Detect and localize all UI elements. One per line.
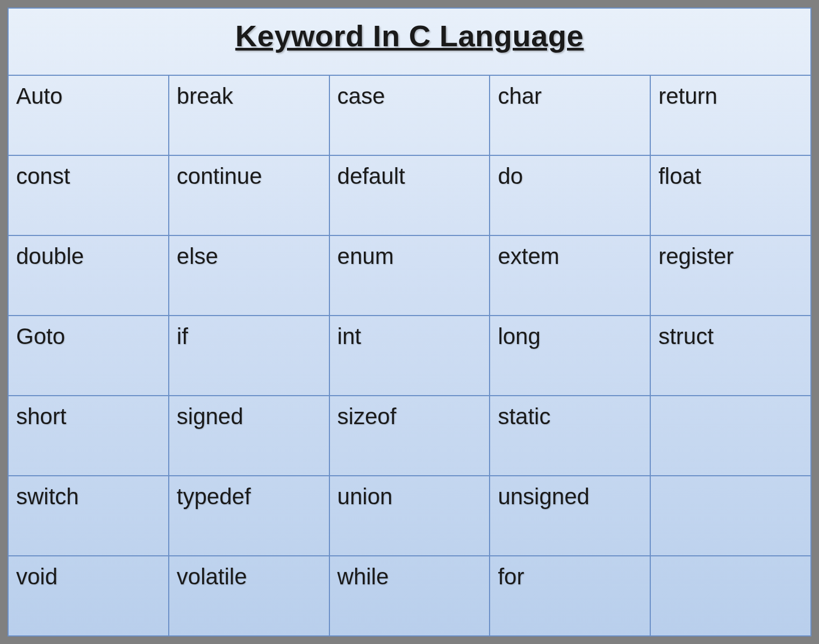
table-cell: static [490, 396, 651, 475]
table-row: short signed sizeof static [9, 396, 810, 476]
table-cell [651, 396, 810, 475]
table-cell: short [9, 396, 169, 475]
table-row: Goto if int long struct [9, 316, 810, 396]
table-cell: break [169, 76, 330, 155]
table-cell: const [9, 156, 169, 235]
table-cell: for [490, 556, 651, 635]
table-cell: long [490, 316, 651, 395]
table-row: void volatile while for [9, 556, 810, 635]
table-cell: return [651, 76, 810, 155]
table-cell: signed [169, 396, 330, 475]
table-row: const continue default do float [9, 156, 810, 236]
table-cell: register [651, 236, 810, 315]
table-cell: Goto [9, 316, 169, 395]
table-cell: volatile [169, 556, 330, 635]
table-cell: unsigned [490, 476, 651, 555]
table-cell [651, 556, 810, 635]
table-cell: enum [330, 236, 491, 315]
table-cell: struct [651, 316, 810, 395]
table-row: double else enum extem register [9, 236, 810, 316]
table-cell: int [330, 316, 491, 395]
title-area: Keyword In C Language [9, 9, 810, 75]
table-cell: union [330, 476, 491, 555]
page-title: Keyword In C Language [19, 18, 800, 53]
table-cell: void [9, 556, 169, 635]
table-cell: Auto [9, 76, 169, 155]
table-cell: char [490, 76, 651, 155]
table-cell: else [169, 236, 330, 315]
table-cell: double [9, 236, 169, 315]
table-row: Auto break case char return [9, 76, 810, 156]
table-row: switch typedef union unsigned [9, 476, 810, 556]
table-cell: do [490, 156, 651, 235]
table-cell: sizeof [330, 396, 491, 475]
table-cell: default [330, 156, 491, 235]
table-cell: while [330, 556, 491, 635]
keyword-table-container: Keyword In C Language Auto break case ch… [8, 8, 811, 636]
table-cell: extem [490, 236, 651, 315]
keyword-table: Auto break case char return const contin… [9, 75, 810, 635]
table-cell: typedef [169, 476, 330, 555]
table-cell: continue [169, 156, 330, 235]
table-cell: switch [9, 476, 169, 555]
table-cell: float [651, 156, 810, 235]
table-cell: case [330, 76, 491, 155]
table-cell [651, 476, 810, 555]
table-cell: if [169, 316, 330, 395]
